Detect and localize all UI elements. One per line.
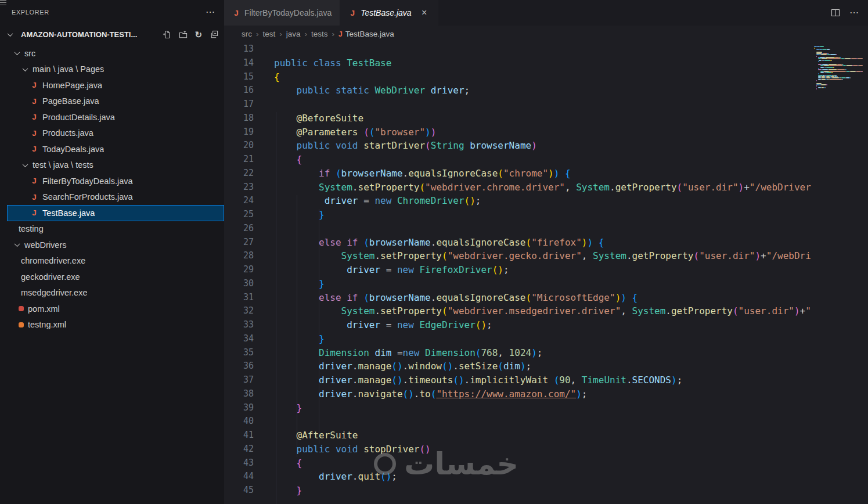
tree-item-label: TestBase.java: [42, 208, 95, 218]
xml-file-icon: [19, 306, 24, 311]
tree-item-msedgedriver-exe[interactable]: msedgedriver.exe: [7, 285, 224, 301]
tree-item-chromedriver-exe[interactable]: chromedriver.exe: [7, 253, 224, 269]
tree-item-testng-xml[interactable]: testng.xml: [7, 317, 224, 333]
code-line-37[interactable]: 37 driver.manage().timeouts().implicitly…: [224, 373, 813, 387]
new-file-icon[interactable]: [162, 30, 171, 39]
code-text: public void stopDriver(): [274, 442, 813, 456]
code-line-25[interactable]: 25 }: [224, 208, 813, 222]
breadcrumb-file-label: TestBase.java: [345, 30, 394, 38]
code-line-35[interactable]: 35 Dimension dim =new Dimension(768, 102…: [224, 346, 813, 360]
new-folder-icon[interactable]: [178, 30, 188, 39]
code-line-15[interactable]: 15{: [224, 70, 813, 84]
code-line-28[interactable]: 28 System.setProperty("webdriver.gecko.d…: [224, 249, 813, 263]
tabs: JFilterByTodayDeals.javaJTestBase.java×: [224, 0, 439, 26]
chevron-down-icon[interactable]: [15, 49, 20, 55]
code-line-40[interactable]: 40: [224, 415, 813, 429]
code-line-19[interactable]: 19 @Parameters (("browser")): [224, 125, 813, 139]
code-line-41[interactable]: 41 @AfterSuite: [224, 429, 813, 442]
editor-lines[interactable]: 1314public class TestBase15{16 public st…: [224, 42, 813, 504]
tree-item-filterbytodaydeals-java[interactable]: JFilterByTodayDeals.java: [7, 173, 224, 189]
chevron-down-icon[interactable]: [23, 161, 28, 167]
chevron-down-icon: [8, 31, 13, 37]
code-line-13[interactable]: 13: [224, 42, 813, 56]
code-line-34[interactable]: 34 }: [224, 332, 813, 346]
tree-item-label: test \ java \ tests: [33, 160, 93, 170]
line-number: 29: [224, 263, 254, 277]
breadcrumb-item-testbase-java[interactable]: JTestBase.java: [338, 30, 394, 38]
code-editor[interactable]: 1314public class TestBase15{16 public st…: [224, 42, 868, 504]
code-text: }: [274, 277, 813, 291]
code-line-26[interactable]: 26: [224, 222, 813, 236]
breadcrumb-item-java[interactable]: java: [286, 30, 301, 38]
refresh-icon[interactable]: ↻: [195, 30, 202, 39]
minimap-line: [814, 88, 865, 89]
tree-item-geckodriver-exe[interactable]: geckodriver.exe: [7, 269, 224, 285]
tree-item-products-java[interactable]: JProducts.java: [7, 125, 224, 142]
tree-item-label: Products.java: [42, 128, 93, 138]
tree-item-todaydeals-java[interactable]: JTodayDeals.java: [7, 141, 224, 157]
tree-item-homepage-java[interactable]: JHomePage.java: [7, 77, 224, 93]
line-number: 23: [224, 181, 254, 195]
code-line-31[interactable]: 31 else if (browserName.equalsIgnoreCase…: [224, 291, 813, 305]
code-line-32[interactable]: 32 System.setProperty("webdriver.msedged…: [224, 304, 813, 318]
file-tree: srcmain \ java \ PagesJHomePage.javaJPag…: [0, 44, 224, 504]
code-line-43[interactable]: 43 {: [224, 456, 813, 470]
code-text: else if (browserName.equalsIgnoreCase("M…: [274, 291, 813, 305]
code-line-39[interactable]: 39 }: [224, 401, 813, 415]
tree-item-label: TodayDeals.java: [42, 145, 104, 154]
breadcrumb-separator: ›: [256, 30, 259, 38]
close-icon[interactable]: ×: [419, 7, 430, 19]
project-root-row[interactable]: AMAZON-AUTOMATION-TESTI... ↻: [0, 24, 224, 44]
tab-filterbytodaydeals-java[interactable]: JFilterByTodayDeals.java: [224, 0, 340, 26]
code-line-23[interactable]: 23 System.setProperty("webdriver.chrome.…: [224, 181, 813, 195]
tree-item-label: HomePage.java: [42, 81, 102, 90]
code-text: System.setProperty("webdriver.gecko.driv…: [274, 249, 813, 263]
chevron-down-icon[interactable]: [23, 66, 28, 71]
tree-item-testing[interactable]: testing: [7, 221, 224, 237]
breadcrumb-item-tests[interactable]: tests: [311, 30, 328, 38]
code-line-18[interactable]: 18 @BeforeSuite: [224, 111, 813, 125]
tree-item-src[interactable]: src: [7, 45, 224, 62]
code-line-17[interactable]: 17: [224, 98, 813, 111]
code-text: [274, 42, 813, 56]
tree-item-main-java-pages[interactable]: main \ java \ Pages: [7, 62, 224, 78]
breadcrumb-item-src[interactable]: src: [242, 30, 252, 38]
code-line-44[interactable]: 44 driver.quit();: [224, 470, 813, 484]
line-number: 15: [224, 70, 254, 84]
tree-item-pom-xml[interactable]: pom.xml: [7, 301, 224, 317]
tree-item-test-java-tests[interactable]: test \ java \ tests: [7, 157, 224, 174]
code-line-33[interactable]: 33 driver = new EdgeDriver();: [224, 318, 813, 332]
code-line-21[interactable]: 21 {: [224, 153, 813, 167]
code-line-24[interactable]: 24 driver = new ChromeDriver();: [224, 194, 813, 208]
explorer-header: EXPLORER ⋯: [0, 0, 224, 24]
tree-item-label: msedgedriver.exe: [21, 288, 87, 297]
collapse-all-icon[interactable]: [209, 30, 218, 39]
line-number: 16: [224, 84, 254, 98]
tree-item-productdetails-java[interactable]: JProductDetails.java: [7, 109, 224, 125]
code-line-27[interactable]: 27 else if (browserName.equalsIgnoreCase…: [224, 236, 813, 250]
breadcrumb-item-test[interactable]: test: [263, 30, 276, 38]
code-line-30[interactable]: 30 }: [224, 277, 813, 291]
line-number: 35: [224, 346, 254, 360]
code-line-36[interactable]: 36 driver.manage().window().setSize(dim)…: [224, 359, 813, 373]
code-line-14[interactable]: 14public class TestBase: [224, 56, 813, 70]
more-actions-icon[interactable]: ⋯: [849, 8, 859, 17]
split-editor-icon[interactable]: [831, 8, 840, 17]
code-line-45[interactable]: 45 }: [224, 484, 813, 498]
tree-item-testbase-java[interactable]: JTestBase.java: [7, 205, 224, 221]
tab-testbase-java[interactable]: JTestBase.java×: [340, 0, 438, 26]
java-file-icon: J: [30, 113, 38, 121]
tree-item-webdrivers[interactable]: webDrivers: [7, 237, 224, 253]
chevron-down-icon[interactable]: [15, 241, 20, 247]
tree-item-searchforproducts-java[interactable]: JSearchForProducts.java: [7, 189, 224, 206]
code-line-16[interactable]: 16 public static WebDriver driver;: [224, 84, 813, 98]
minimap[interactable]: [814, 45, 865, 89]
breadcrumb: src›test›java›tests›JTestBase.java: [224, 26, 868, 42]
tree-item-pagebase-java[interactable]: JPageBase.java: [7, 93, 224, 110]
code-line-22[interactable]: 22 if (browserName.equalsIgnoreCase("chr…: [224, 167, 813, 181]
code-line-42[interactable]: 42 public void stopDriver(): [224, 442, 813, 456]
code-line-38[interactable]: 38 driver.navigate().to("https://www.ama…: [224, 387, 813, 401]
code-line-20[interactable]: 20 public void startDriver(String browse…: [224, 139, 813, 153]
code-line-29[interactable]: 29 driver = new FirefoxDriver();: [224, 263, 813, 277]
explorer-more-icon[interactable]: ⋯: [206, 8, 215, 17]
